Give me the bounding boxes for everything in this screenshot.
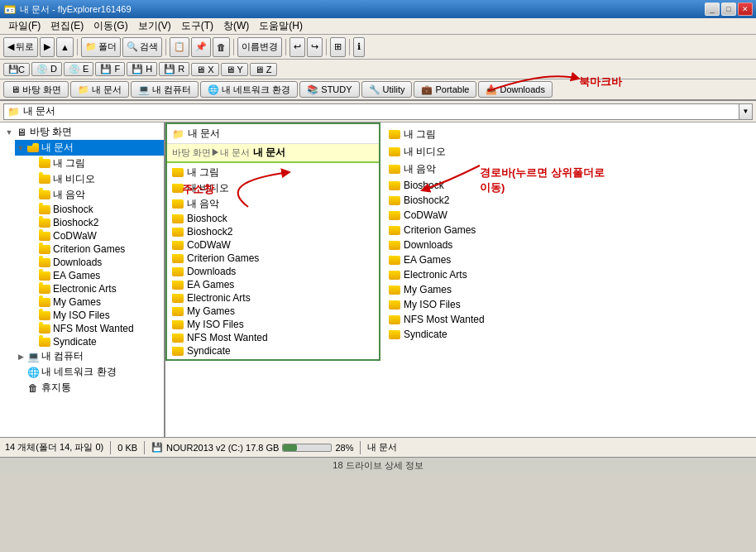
minimize-button[interactable]: _ (705, 2, 720, 16)
maximize-button[interactable]: □ (721, 2, 736, 16)
file-item[interactable]: 내 비디오 (385, 143, 753, 161)
tree-item-nfs[interactable]: NFS Most Wanted (26, 322, 164, 335)
popup-item[interactable]: Downloads (167, 265, 379, 278)
bookmark-downloads[interactable]: 📥 Downloads (478, 81, 552, 98)
file-item[interactable]: My ISO Files (385, 297, 753, 312)
file-item[interactable]: My Games (385, 282, 753, 297)
popup-item[interactable]: Electronic Arts (167, 291, 379, 305)
popup-item[interactable]: Criterion Games (167, 252, 379, 265)
tree-item-recycle[interactable]: 🗑 휴지통 (15, 380, 164, 396)
popup-item[interactable]: My ISO Files (167, 318, 379, 331)
file-item[interactable]: Bioshock2 (385, 193, 753, 208)
file-item[interactable]: Criterion Games (385, 223, 753, 238)
file-item[interactable]: Downloads (385, 238, 753, 252)
disk-label: NOUR2013 v2 (C:) 17.8 GB (166, 443, 279, 453)
expand-icon (26, 174, 38, 185)
sep4 (285, 39, 286, 55)
drive-z[interactable]: 🖥 Z (250, 63, 277, 76)
bottom-bar: 18 드라이브 상세 정보 (0, 457, 756, 473)
file-item[interactable]: Bioshock (385, 178, 753, 193)
address-input[interactable]: 📁 내 문서 (3, 103, 739, 120)
back-button[interactable]: ◀ 뒤로 (3, 37, 38, 57)
tree-item-mygames[interactable]: My Games (26, 295, 164, 309)
file-item[interactable]: NFS Most Wanted (385, 312, 753, 327)
close-button[interactable]: ✕ (738, 2, 753, 16)
bookmark-utility[interactable]: 🔧 Utility (361, 81, 413, 98)
file-item[interactable]: EA Games (385, 252, 753, 267)
tree-item-eagames[interactable]: EA Games (26, 269, 164, 282)
tree-item-myvideos[interactable]: 내 비디오 (26, 171, 164, 187)
bookmark-desktop[interactable]: 🖥 바탕 화면 (3, 81, 69, 98)
popup-item[interactable]: 내 음악 (167, 196, 379, 212)
up-button[interactable]: ▲ (56, 37, 74, 57)
file-item[interactable]: CoDWaW (385, 208, 753, 223)
undo-button[interactable]: ↩ (289, 37, 305, 57)
file-item[interactable]: 내 그림 (385, 126, 753, 143)
address-dropdown-button[interactable]: ▼ (739, 103, 753, 120)
search-button[interactable]: 🔍 검색 (122, 37, 162, 57)
drive-h[interactable]: 💾 H (127, 62, 157, 76)
drive-c[interactable]: 💾 C (3, 63, 30, 76)
drive-f[interactable]: 💾 F (95, 62, 125, 76)
file-item[interactable]: 내 음악 (385, 161, 753, 178)
popup-item[interactable]: CoDWaW (167, 238, 379, 252)
popup-item[interactable]: NFS Most Wanted (167, 331, 379, 344)
menu-go[interactable]: 이동(G) (89, 17, 132, 35)
popup-item[interactable]: EA Games (167, 278, 379, 291)
file-item[interactable]: Syndicate (385, 327, 753, 342)
copy-button[interactable]: 📋 (170, 37, 189, 57)
address-icon: 📁 (7, 106, 20, 118)
drive-y[interactable]: 🖥 Y (221, 63, 248, 76)
popup-list: 내 그림내 비디오내 음악BioshockBioshock2CoDWaWCrit… (167, 163, 379, 359)
drive-x[interactable]: 🖥 X (191, 63, 218, 76)
bookmark-mycomputer[interactable]: 💻 내 컴퓨터 (131, 81, 199, 98)
tree-item-bioshock[interactable]: Bioshock (26, 203, 164, 216)
bookmark-portable[interactable]: 💼 Portable (414, 81, 476, 98)
menu-view[interactable]: 보기(V) (133, 17, 176, 35)
menu-tools[interactable]: 도구(T) (176, 17, 218, 35)
search-icon: 🔍 (127, 41, 138, 52)
bookmark-mydocs[interactable]: 📁 내 문서 (70, 81, 129, 98)
bookmark-network[interactable]: 🌐 내 네트워크 환경 (200, 81, 298, 98)
tree-item-desktop[interactable]: ▼ 🖥 바탕 화면 (3, 124, 164, 140)
redo-button[interactable]: ↪ (307, 37, 323, 57)
forward-button[interactable]: ▶ (40, 37, 55, 57)
drive-d[interactable]: 💿 D (31, 62, 62, 76)
tree-item-electronicarts[interactable]: Electronic Arts (26, 282, 164, 295)
network-tree-icon: 🌐 (26, 367, 40, 378)
tree-item-downloads[interactable]: Downloads (26, 256, 164, 269)
tree-item-criterion[interactable]: Criterion Games (26, 242, 164, 256)
paste-button[interactable]: 📌 (191, 37, 211, 57)
popup-item[interactable]: 내 비디오 (167, 180, 379, 196)
popup-item[interactable]: Bioshock (167, 212, 379, 225)
folder-button[interactable]: 📁 폴더 (81, 37, 121, 57)
file-item[interactable]: Electronic Arts (385, 267, 753, 282)
tree-item-codwaw[interactable]: CoDWaW (26, 229, 164, 242)
tree-item-mycomputer[interactable]: ▶ 💻 내 컴퓨터 (15, 348, 164, 364)
popup-item[interactable]: Syndicate (167, 344, 379, 358)
tree-item-network[interactable]: 🌐 내 네트워크 환경 (15, 364, 164, 380)
tree-item-mypics[interactable]: 내 그림 (26, 156, 164, 171)
popup-item[interactable]: My Games (167, 305, 379, 318)
menu-window[interactable]: 창(W) (218, 17, 254, 35)
popup-item[interactable]: Bioshock2 (167, 225, 379, 238)
menu-help[interactable]: 도움말(H) (254, 17, 308, 35)
tree-item-bioshock2[interactable]: Bioshock2 (26, 216, 164, 229)
tree-item-mymusic[interactable]: 내 음악 (26, 187, 164, 203)
delete-button[interactable]: 🗑 (213, 37, 230, 57)
bookmark-study[interactable]: 📚 STUDY (299, 81, 359, 98)
rename-button[interactable]: 이름변경 (237, 37, 282, 57)
menu-edit[interactable]: 편집(E) (45, 17, 89, 35)
menu-file[interactable]: 파일(F) (3, 17, 45, 35)
expand-icon (26, 217, 38, 228)
tree-item-myisofiles[interactable]: My ISO Files (26, 309, 164, 322)
tree-item-mydocs[interactable]: ▼ 내 문서 (15, 140, 164, 156)
info-button[interactable]: ℹ (353, 37, 365, 57)
view-button[interactable]: ⊞ (330, 37, 346, 57)
drive-r[interactable]: 💾 R (159, 62, 189, 76)
tree-item-syndicate[interactable]: Syndicate (26, 335, 164, 348)
folder-icon (172, 199, 184, 209)
menu-bar: 파일(F) 편집(E) 이동(G) 보기(V) 도구(T) 창(W) 도움말(H… (0, 18, 756, 35)
popup-item[interactable]: 내 그림 (167, 165, 379, 180)
drive-e[interactable]: 💿 E (64, 62, 93, 76)
